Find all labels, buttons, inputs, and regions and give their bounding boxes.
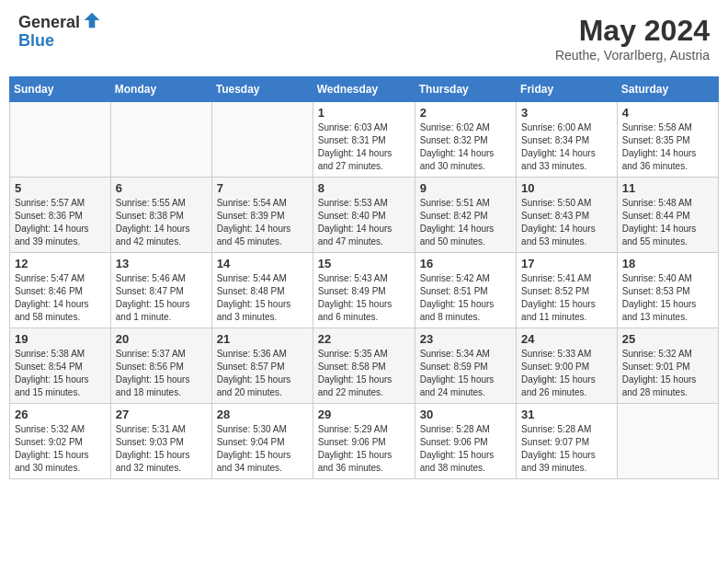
title-area: May 2024 Reuthe, Vorarlberg, Austria [555,14,710,63]
calendar-cell: 8Sunrise: 5:53 AM Sunset: 8:40 PM Daylig… [313,178,415,253]
calendar-cell: 29Sunrise: 5:29 AM Sunset: 9:06 PM Dayli… [313,404,415,479]
day-number: 29 [318,408,410,421]
calendar-cell: 10Sunrise: 5:50 AM Sunset: 8:43 PM Dayli… [517,178,618,253]
day-info: Sunrise: 5:48 AM Sunset: 8:44 PM Dayligh… [622,197,713,248]
day-number: 12 [15,257,106,270]
day-info: Sunrise: 5:36 AM Sunset: 8:57 PM Dayligh… [217,348,308,399]
day-number: 20 [116,332,207,346]
calendar-week-row: 5Sunrise: 5:57 AM Sunset: 8:36 PM Daylig… [10,178,719,253]
day-number: 15 [318,257,410,270]
month-title: May 2024 [555,14,710,48]
calendar-cell: 16Sunrise: 5:42 AM Sunset: 8:51 PM Dayli… [415,253,516,328]
day-number: 9 [420,181,511,195]
calendar-cell: 22Sunrise: 5:35 AM Sunset: 8:58 PM Dayli… [313,328,415,404]
day-info: Sunrise: 5:35 AM Sunset: 8:58 PM Dayligh… [318,348,410,399]
weekday-header: Friday [517,77,618,102]
day-number: 6 [116,181,207,195]
calendar-cell: 1Sunrise: 6:03 AM Sunset: 8:31 PM Daylig… [313,102,415,178]
day-number: 27 [116,408,207,421]
calendar-cell: 27Sunrise: 5:31 AM Sunset: 9:03 PM Dayli… [110,404,211,479]
day-info: Sunrise: 5:57 AM Sunset: 8:36 PM Dayligh… [15,197,106,248]
day-number: 7 [217,181,308,195]
day-number: 17 [521,257,612,270]
day-number: 13 [116,257,207,270]
day-number: 22 [318,332,410,346]
calendar-cell: 4Sunrise: 5:58 AM Sunset: 8:35 PM Daylig… [617,102,718,178]
logo: General Blue [18,14,101,51]
day-number: 16 [420,257,511,270]
day-info: Sunrise: 5:28 AM Sunset: 9:06 PM Dayligh… [420,423,511,475]
day-number: 8 [318,181,410,195]
day-info: Sunrise: 6:02 AM Sunset: 8:32 PM Dayligh… [420,121,511,173]
day-number: 1 [318,106,410,120]
page-header: General Blue May 2024 Reuthe, Vorarlberg… [9,9,719,67]
day-info: Sunrise: 5:32 AM Sunset: 9:01 PM Dayligh… [622,348,713,399]
day-info: Sunrise: 5:28 AM Sunset: 9:07 PM Dayligh… [521,423,612,475]
calendar-cell: 19Sunrise: 5:38 AM Sunset: 8:54 PM Dayli… [10,328,111,404]
day-number: 26 [15,408,106,421]
calendar-cell: 2Sunrise: 6:02 AM Sunset: 8:32 PM Daylig… [415,102,516,178]
weekday-header: Monday [110,77,211,102]
calendar-cell: 18Sunrise: 5:40 AM Sunset: 8:53 PM Dayli… [617,253,718,328]
logo-text: General Blue [18,14,101,51]
day-number: 23 [420,332,511,346]
day-number: 3 [521,106,612,120]
calendar-cell: 14Sunrise: 5:44 AM Sunset: 8:48 PM Dayli… [211,253,313,328]
day-info: Sunrise: 5:51 AM Sunset: 8:42 PM Dayligh… [420,197,511,248]
day-number: 19 [15,332,106,346]
calendar-week-row: 19Sunrise: 5:38 AM Sunset: 8:54 PM Dayli… [10,328,719,404]
day-info: Sunrise: 6:00 AM Sunset: 8:34 PM Dayligh… [521,121,612,173]
weekday-header: Saturday [617,77,718,102]
calendar-cell: 31Sunrise: 5:28 AM Sunset: 9:07 PM Dayli… [517,404,618,479]
day-info: Sunrise: 5:53 AM Sunset: 8:40 PM Dayligh… [318,197,410,248]
calendar-cell: 9Sunrise: 5:51 AM Sunset: 8:42 PM Daylig… [415,178,516,253]
day-info: Sunrise: 5:54 AM Sunset: 8:39 PM Dayligh… [217,197,308,248]
day-number: 31 [521,408,612,421]
logo-icon [83,11,101,29]
day-number: 14 [217,257,308,270]
weekday-header: Tuesday [211,77,313,102]
day-info: Sunrise: 5:34 AM Sunset: 8:59 PM Dayligh… [420,348,511,399]
logo-general: General [18,14,80,32]
calendar-cell: 21Sunrise: 5:36 AM Sunset: 8:57 PM Dayli… [211,328,313,404]
calendar-cell [10,102,111,178]
day-info: Sunrise: 5:41 AM Sunset: 8:52 PM Dayligh… [521,272,612,324]
calendar-cell: 7Sunrise: 5:54 AM Sunset: 8:39 PM Daylig… [211,178,313,253]
day-info: Sunrise: 5:55 AM Sunset: 8:38 PM Dayligh… [116,197,207,248]
weekday-header: Sunday [10,77,111,102]
day-info: Sunrise: 5:44 AM Sunset: 8:48 PM Dayligh… [217,272,308,324]
day-info: Sunrise: 5:37 AM Sunset: 8:56 PM Dayligh… [116,348,207,399]
weekday-header-row: SundayMondayTuesdayWednesdayThursdayFrid… [10,77,719,102]
calendar-cell: 12Sunrise: 5:47 AM Sunset: 8:46 PM Dayli… [10,253,111,328]
calendar-cell [617,404,718,479]
calendar-cell: 17Sunrise: 5:41 AM Sunset: 8:52 PM Dayli… [517,253,618,328]
calendar-cell: 25Sunrise: 5:32 AM Sunset: 9:01 PM Dayli… [617,328,718,404]
calendar-cell: 26Sunrise: 5:32 AM Sunset: 9:02 PM Dayli… [10,404,111,479]
calendar-cell: 20Sunrise: 5:37 AM Sunset: 8:56 PM Dayli… [110,328,211,404]
day-number: 30 [420,408,511,421]
location: Reuthe, Vorarlberg, Austria [555,48,710,63]
calendar-cell: 28Sunrise: 5:30 AM Sunset: 9:04 PM Dayli… [211,404,313,479]
calendar: SundayMondayTuesdayWednesdayThursdayFrid… [9,76,719,479]
calendar-cell [110,102,211,178]
day-info: Sunrise: 5:42 AM Sunset: 8:51 PM Dayligh… [420,272,511,324]
day-info: Sunrise: 5:47 AM Sunset: 8:46 PM Dayligh… [15,272,106,324]
day-number: 2 [420,106,511,120]
day-number: 28 [217,408,308,421]
calendar-cell: 6Sunrise: 5:55 AM Sunset: 8:38 PM Daylig… [110,178,211,253]
day-info: Sunrise: 5:31 AM Sunset: 9:03 PM Dayligh… [116,423,207,475]
day-number: 21 [217,332,308,346]
logo-blue: Blue [18,32,101,51]
calendar-cell: 30Sunrise: 5:28 AM Sunset: 9:06 PM Dayli… [415,404,516,479]
calendar-cell: 5Sunrise: 5:57 AM Sunset: 8:36 PM Daylig… [10,178,111,253]
day-number: 4 [622,106,713,120]
day-number: 25 [622,332,713,346]
day-number: 11 [622,181,713,195]
calendar-cell: 3Sunrise: 6:00 AM Sunset: 8:34 PM Daylig… [517,102,618,178]
day-info: Sunrise: 5:32 AM Sunset: 9:02 PM Dayligh… [15,423,106,475]
day-info: Sunrise: 5:29 AM Sunset: 9:06 PM Dayligh… [318,423,410,475]
calendar-cell: 13Sunrise: 5:46 AM Sunset: 8:47 PM Dayli… [110,253,211,328]
calendar-cell: 23Sunrise: 5:34 AM Sunset: 8:59 PM Dayli… [415,328,516,404]
calendar-cell: 24Sunrise: 5:33 AM Sunset: 9:00 PM Dayli… [517,328,618,404]
calendar-week-row: 1Sunrise: 6:03 AM Sunset: 8:31 PM Daylig… [10,102,719,178]
